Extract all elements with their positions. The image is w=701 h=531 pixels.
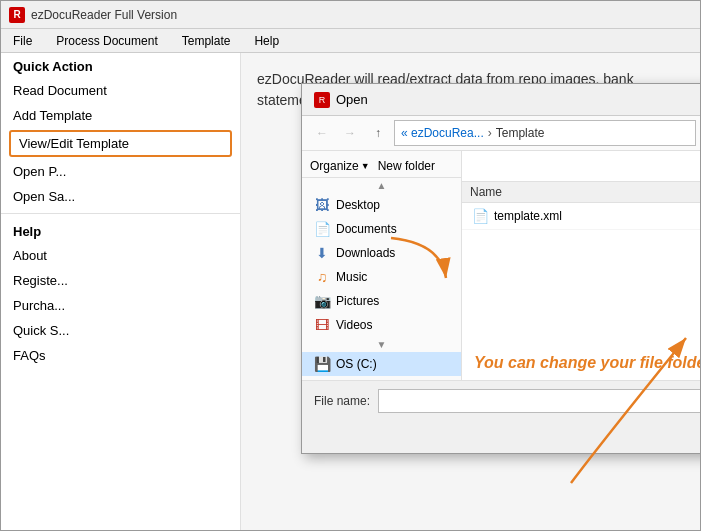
breadcrumb-parent[interactable]: « ezDocuRea... (401, 126, 484, 140)
col-name-header: Name (470, 185, 700, 199)
annotation-text: You can change your file folder (474, 354, 700, 372)
sidebar-item-faqs[interactable]: FAQs (1, 343, 240, 368)
places-item-documents[interactable]: 📄 Documents (302, 217, 461, 241)
places-panel: Organize ▼ New folder ▲ 🖼 Desktop (302, 151, 462, 380)
sidebar-item-purchase[interactable]: Purcha... (1, 293, 240, 318)
sidebar-item-view-edit-template[interactable]: View/Edit Template (9, 130, 232, 157)
file-name-input[interactable] (378, 389, 700, 413)
drive-icon: 💾 (314, 356, 330, 372)
dialog-body: Organize ▼ New folder ▲ 🖼 Desktop (302, 151, 700, 380)
dialog-actions: Open Cancel (314, 419, 700, 445)
organize-button[interactable]: Organize ▼ (310, 159, 370, 173)
menu-template[interactable]: Template (178, 33, 235, 49)
videos-icon: 🎞 (314, 317, 330, 333)
sidebar: Quick Action Read Document Add Template … (1, 53, 241, 530)
nav-up-button[interactable]: ↑ (366, 121, 390, 145)
places-item-videos[interactable]: 🎞 Videos (302, 313, 461, 337)
file-list: 📄 template.xml 06/10/2022 4:15 PM XML Do… (462, 203, 700, 346)
dialog-title-icon: R (314, 92, 330, 108)
file-name-row: File name: All Supported Formats (*.xml)… (314, 389, 700, 413)
menu-help[interactable]: Help (250, 33, 283, 49)
breadcrumb-current: Template (496, 126, 545, 140)
places-item-music[interactable]: ♫ Music (302, 265, 461, 289)
app-window: R ezDocuReader Full Version File Process… (0, 0, 701, 531)
dialog-overlay: R Open ✕ ← → ↑ « ezDocuRea... › (241, 53, 700, 530)
file-name-label: File name: (314, 394, 370, 408)
breadcrumb-separator: › (488, 126, 492, 140)
file-toolbar: ☷ ☰ ? (462, 151, 700, 182)
places-item-downloads[interactable]: ⬇ Downloads (302, 241, 461, 265)
sidebar-item-open-p[interactable]: Open P... (1, 159, 240, 184)
app-body: Quick Action Read Document Add Template … (1, 53, 700, 530)
sidebar-item-read-document[interactable]: Read Document (1, 78, 240, 103)
new-folder-button[interactable]: New folder (378, 159, 435, 173)
dialog-title-area: R Open (314, 92, 368, 108)
downloads-icon: ⬇ (314, 245, 330, 261)
nav-back-button[interactable]: ← (310, 121, 334, 145)
menu-bar: File Process Document Template Help (1, 29, 700, 53)
scroll-down-indicator: ▼ (302, 337, 461, 352)
nav-forward-button[interactable]: → (338, 121, 362, 145)
main-content: ezDocuReader will read/extract data from… (241, 53, 700, 530)
app-title: ezDocuReader Full Version (31, 8, 177, 22)
music-icon: ♫ (314, 269, 330, 285)
file-panel: ☷ ☰ ? Name Date modified Type (462, 151, 700, 380)
app-icon: R (9, 7, 25, 23)
places-item-pictures[interactable]: 📷 Pictures (302, 289, 461, 313)
scroll-up-indicator: ▲ (302, 178, 461, 193)
sidebar-item-about[interactable]: About (1, 243, 240, 268)
desktop-icon: 🖼 (314, 197, 330, 213)
places-item-desktop[interactable]: 🖼 Desktop (302, 193, 461, 217)
sidebar-item-register[interactable]: Registe... (1, 268, 240, 293)
pictures-icon: 📷 (314, 293, 330, 309)
sidebar-item-add-template[interactable]: Add Template (1, 103, 240, 128)
dialog-nav: ← → ↑ « ezDocuRea... › Template ▼ ↻ 🔍 (302, 116, 700, 151)
breadcrumb: « ezDocuRea... › Template (394, 120, 696, 146)
menu-process-document[interactable]: Process Document (52, 33, 161, 49)
title-bar: R ezDocuReader Full Version (1, 1, 700, 29)
file-item-name: template.xml (494, 209, 700, 223)
dialog-title-bar: R Open ✕ (302, 84, 700, 116)
documents-icon: 📄 (314, 221, 330, 237)
open-dialog: R Open ✕ ← → ↑ « ezDocuRea... › (301, 83, 700, 454)
dialog-bottom: File name: All Supported Formats (*.xml)… (302, 380, 700, 453)
file-list-header: Name Date modified Type (462, 182, 700, 203)
places-item-drive-c[interactable]: 💾 OS (C:) (302, 352, 461, 376)
menu-file[interactable]: File (9, 33, 36, 49)
places-toolbar: Organize ▼ New folder (302, 155, 461, 178)
dialog-title-text: Open (336, 92, 368, 107)
sidebar-item-open-sa[interactable]: Open Sa... (1, 184, 240, 209)
quick-action-title: Quick Action (1, 53, 240, 78)
sidebar-item-quick-s[interactable]: Quick S... (1, 318, 240, 343)
help-section-title: Help (1, 218, 240, 243)
xml-file-icon: 📄 (470, 206, 490, 226)
file-item-template-xml[interactable]: 📄 template.xml 06/10/2022 4:15 PM XML Do… (462, 203, 700, 230)
